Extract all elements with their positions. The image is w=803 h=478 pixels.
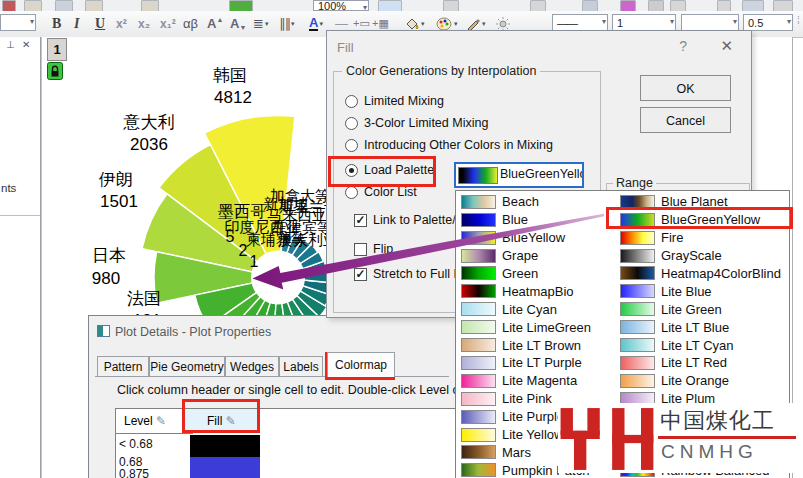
line-width-combo[interactable]: 1▾: [612, 14, 676, 31]
style-combo[interactable]: ▾: [0, 14, 36, 31]
help-icon[interactable]: ?: [679, 38, 687, 54]
palette-swatch-green[interactable]: [461, 266, 496, 280]
palette-item-label[interactable]: HeatmapBio: [502, 284, 574, 299]
slice-label: 韩国: [213, 66, 247, 85]
palette-swatch-lite-green[interactable]: [620, 302, 655, 316]
palette-item-label[interactable]: GrayScale: [661, 248, 722, 263]
font-increase-button[interactable]: A▲: [207, 14, 223, 33]
palette-swatch-lite-lt-brown[interactable]: [461, 338, 496, 352]
palette-swatch-fire[interactable]: [620, 231, 655, 245]
slice-label: 伊朗: [98, 170, 133, 189]
palette-swatch-beach[interactable]: [461, 195, 496, 209]
font-color-button[interactable]: A▾: [309, 14, 323, 33]
align-button[interactable]: ≣▾: [253, 14, 268, 33]
line-style-combo[interactable]: ——▾: [552, 14, 608, 31]
checkbox-stretch-to-full-f[interactable]: ✓: [354, 268, 367, 281]
palette-item-label[interactable]: Lite Yellow: [502, 427, 563, 442]
palette-item-label[interactable]: Lite LT Purple: [502, 355, 582, 370]
pie-center-hole: [251, 251, 305, 305]
palette-item-label[interactable]: Green: [502, 266, 538, 281]
palette-item-label[interactable]: Blue: [502, 212, 528, 227]
palette-swatch-heatmapbio[interactable]: [461, 284, 496, 298]
palette-item-label[interactable]: Lite Green: [661, 302, 722, 317]
palette-swatch-lite-blue[interactable]: [620, 284, 655, 298]
slice-label: 法国: [127, 289, 161, 308]
palette-swatch-lite-magenta[interactable]: [461, 374, 496, 388]
palette-item-label[interactable]: Lite LimeGreen: [502, 320, 591, 335]
palette-item-label[interactable]: Lite LT Red: [661, 355, 727, 370]
greek-button[interactable]: αβ: [183, 14, 198, 33]
bold-button[interactable]: B: [52, 14, 61, 33]
palette-swatch-lite-lt-cyan[interactable]: [620, 338, 655, 352]
palette-item-label[interactable]: Lite LT Blue: [661, 320, 729, 335]
palette-swatch-lite-pink[interactable]: [461, 392, 496, 406]
italic-button[interactable]: I: [74, 14, 79, 33]
palette-item-label[interactable]: Lite Blue: [661, 284, 712, 299]
palette-swatch-blueyellow[interactable]: [461, 231, 496, 245]
palette-swatch-mars[interactable]: [461, 445, 496, 459]
checkbox-flip[interactable]: [354, 243, 367, 256]
radio-color-list[interactable]: [345, 186, 358, 199]
checkbox-link-to-palette-[interactable]: ✓: [354, 214, 367, 227]
tab-pie-geometry[interactable]: Pie Geometry: [149, 356, 225, 377]
tab-pattern[interactable]: Pattern: [97, 356, 149, 377]
cancel-button[interactable]: Cancel: [640, 107, 731, 133]
palette-item-label[interactable]: Mars: [502, 445, 531, 460]
panel-clipped-text: nts: [1, 182, 16, 194]
close-icon[interactable]: ✕: [720, 37, 733, 55]
palette-item-label[interactable]: Grape: [502, 248, 538, 263]
subscript-button[interactable]: x₂: [138, 14, 150, 33]
palette-swatch-lite-lt-purple[interactable]: [461, 356, 496, 370]
palette-combo[interactable]: BlueGreenYellow: [454, 162, 584, 188]
alpha-combo[interactable]: 0.5▾: [743, 14, 793, 31]
level-cell[interactable]: < 0.68: [119, 437, 153, 451]
radio-limited-mixing[interactable]: [345, 95, 358, 108]
tab-labels[interactable]: Labels: [279, 356, 323, 377]
palette-item-label[interactable]: Lite Orange: [661, 373, 729, 388]
palette-item-label[interactable]: Lite Purple: [502, 409, 564, 424]
annotation-bluegreenyellow-box: [606, 207, 793, 229]
fill-cell[interactable]: [190, 457, 260, 478]
palette-swatch-pumpkin-patch[interactable]: [461, 463, 496, 477]
palette-swatch-lite-cyan[interactable]: [461, 302, 496, 316]
palette-item-label[interactable]: Lite Pink: [502, 391, 552, 406]
close-panel-icon[interactable]: ✕: [22, 39, 30, 50]
radio-introducing-other-colors-in-mixing[interactable]: [345, 139, 358, 152]
palette-swatch-grayscale[interactable]: [620, 249, 655, 263]
superscript-button[interactable]: x²: [116, 14, 127, 33]
annotation-fill-header-box: [182, 399, 260, 433]
palette-swatch-grape[interactable]: [461, 249, 496, 263]
palette-swatch-lite-purple[interactable]: [461, 410, 496, 424]
radio-3-color-limited-mixing[interactable]: [345, 117, 358, 130]
palette-item-label[interactable]: Beach: [502, 194, 539, 209]
palette-item-label[interactable]: Lite Magenta: [502, 373, 577, 388]
spacing-button[interactable]: ∥∥▾: [279, 14, 295, 33]
palette-swatch-heatmap4colorblind[interactable]: [620, 266, 655, 280]
pin-icon[interactable]: ⊥: [6, 39, 15, 50]
palette-item-label[interactable]: BlueYellow: [502, 230, 565, 245]
palette-item-label[interactable]: Lite Cyan: [502, 302, 557, 317]
palette-swatch-lite-yellow[interactable]: [461, 428, 496, 442]
palette-item-label[interactable]: Heatmap4ColorBlind: [661, 266, 781, 281]
font-decrease-button[interactable]: A▼: [230, 14, 246, 33]
palette-item-label[interactable]: Lite LT Brown: [502, 338, 581, 353]
extra-combo[interactable]: ▾: [681, 14, 739, 31]
level-cell[interactable]: 0.875: [119, 467, 149, 478]
slice-label: 日本: [92, 246, 126, 265]
palette-swatch-lite-orange[interactable]: [620, 374, 655, 388]
tab-colormap[interactable]: Colormap: [327, 352, 395, 377]
slice-label: 1501: [100, 192, 138, 211]
palette-swatch-lite-lt-red[interactable]: [620, 356, 655, 370]
palette-swatch-lite-limegreen[interactable]: [461, 320, 496, 334]
palette-swatch-lite-lt-blue[interactable]: [620, 320, 655, 334]
palette-item-label[interactable]: Fire: [661, 230, 683, 245]
palette-swatch-blue[interactable]: [461, 213, 496, 227]
tab-wedges[interactable]: Wedges: [225, 356, 279, 377]
fill-cell[interactable]: [190, 435, 260, 457]
ok-button[interactable]: OK: [640, 75, 731, 101]
underline-button[interactable]: U: [95, 14, 105, 33]
zoom-combo[interactable]: 100%▾: [313, 0, 369, 11]
radio-label: 3-Color Limited Mixing: [364, 116, 488, 130]
palette-item-label[interactable]: Lite LT Cyan: [661, 338, 734, 353]
subsuperscript-button[interactable]: x₁²: [160, 14, 176, 33]
